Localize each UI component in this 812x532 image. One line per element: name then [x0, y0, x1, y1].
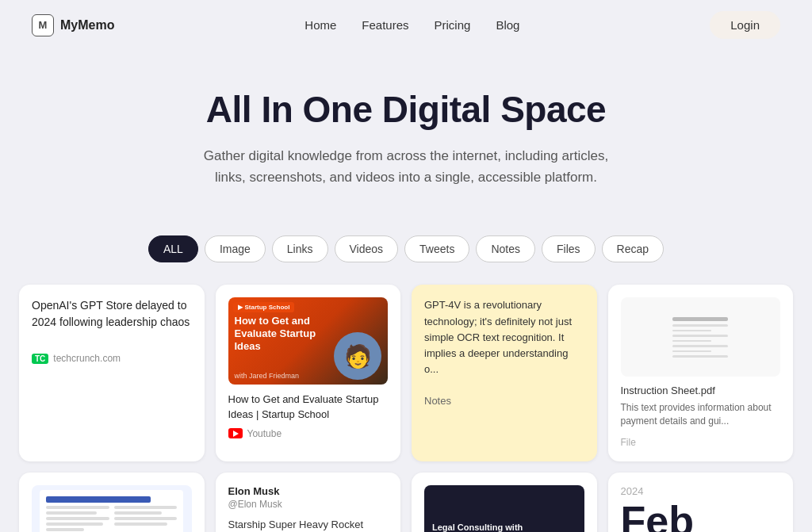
- card4-desc: This text provides information about pay…: [621, 401, 781, 428]
- startup-badge: ▶ Startup School: [233, 302, 295, 312]
- card7-thumbnail: Legal Consulting with the Power of AI AI: [424, 485, 584, 532]
- card2-platform-label: Youtube: [247, 428, 282, 439]
- card-twitter[interactable]: Elon Musk @Elon Musk Starship Super Heav…: [216, 473, 401, 532]
- nav-features[interactable]: Features: [362, 18, 408, 32]
- card4-filename: Instruction Sheet.pdf: [621, 385, 781, 396]
- filter-links[interactable]: Links: [272, 235, 328, 262]
- slide-title-bar: [46, 496, 151, 503]
- filter-image[interactable]: Image: [205, 235, 266, 262]
- card1-source: TC techcrunch.com: [32, 353, 192, 364]
- card6-name: Elon Musk: [228, 485, 389, 497]
- logo-name: MyMemo: [60, 18, 114, 33]
- slide-mockup: [40, 490, 183, 532]
- hero-section: All In One Digital Space Gather digital …: [0, 50, 812, 213]
- recap-year: 2024: [621, 485, 781, 497]
- card2-thumbnail: ▶ Startup School How to Get and Evaluate…: [228, 297, 389, 385]
- filter-tabs: ALL Image Links Videos Tweets Notes File…: [0, 213, 812, 278]
- logo-icon: M: [32, 14, 54, 36]
- card6-text: Starship Super Heavy Rocket Booster(peop…: [228, 518, 389, 532]
- filter-recap[interactable]: Recap: [602, 235, 664, 262]
- card-youtube[interactable]: ▶ Startup School How to Get and Evaluate…: [216, 285, 401, 461]
- nav-pricing[interactable]: Pricing: [435, 18, 471, 32]
- doc-line-2: [672, 330, 711, 332]
- card-note[interactable]: GPT-4V is a revolutionary technology; it…: [412, 285, 597, 461]
- youtube-icon: [228, 428, 243, 438]
- doc-line-3: [672, 335, 728, 337]
- card-screenshot[interactable]: The screenshot presents a slide with the…: [19, 473, 205, 532]
- card-legal[interactable]: Legal Consulting with the Power of AI AI…: [412, 473, 597, 532]
- doc-line-6: [672, 350, 711, 353]
- doc-line-5: [672, 345, 728, 347]
- card4-thumbnail: [621, 297, 781, 377]
- card3-text: GPT-4V is a revolutionary technology; it…: [424, 297, 584, 377]
- filter-notes[interactable]: Notes: [476, 235, 535, 262]
- tc-badge: TC: [32, 354, 48, 364]
- card1-source-label: techcrunch.com: [53, 353, 121, 364]
- login-button[interactable]: Login: [710, 11, 780, 39]
- yt-play-triangle: [233, 431, 239, 437]
- filter-tweets[interactable]: Tweets: [404, 235, 469, 262]
- doc-header: [672, 317, 728, 321]
- slide-col-1: [46, 506, 109, 532]
- slide-col-2: [114, 506, 178, 532]
- card1-text: OpenAI's GPT Store delayed to 2024 follo…: [32, 297, 192, 331]
- logo[interactable]: M MyMemo: [32, 14, 114, 36]
- doc-line-1: [672, 324, 728, 327]
- thumb-bg: ▶ Startup School How to Get and Evaluate…: [228, 297, 389, 385]
- nav-home[interactable]: Home: [304, 18, 336, 32]
- card-recap[interactable]: 2024 Feb Week 2: [608, 473, 794, 532]
- slide-content: [46, 506, 177, 532]
- filter-videos[interactable]: Videos: [335, 235, 399, 262]
- doc-line-4: [672, 340, 711, 343]
- doc-preview: [672, 317, 728, 358]
- card6-handle: @Elon Musk: [228, 499, 389, 510]
- card7-overlay-text: Legal Consulting with the Power of AI: [432, 522, 533, 532]
- thumb-byline: with Jared Friedman: [235, 372, 300, 380]
- cards-grid: OpenAI's GPT Store delayed to 2024 follo…: [0, 278, 812, 532]
- doc-line-7: [672, 355, 728, 358]
- card3-label: Notes: [424, 395, 451, 407]
- filter-files[interactable]: Files: [542, 235, 596, 262]
- recap-month: Feb: [621, 500, 781, 532]
- card2-title: How to Get and Evaluate Startup Ideas | …: [228, 392, 389, 421]
- hero-title: All In One Digital Space: [16, 88, 796, 131]
- navbar: M MyMemo Home Features Pricing Blog Logi…: [0, 0, 812, 50]
- card-article[interactable]: OpenAI's GPT Store delayed to 2024 follo…: [19, 285, 205, 461]
- card5-thumbnail: [32, 485, 192, 532]
- filter-all[interactable]: ALL: [148, 235, 198, 262]
- card4-type: File: [621, 437, 636, 448]
- hero-subtitle: Gather digital knowledge from across the…: [200, 145, 612, 188]
- card-file[interactable]: Instruction Sheet.pdf This text provides…: [608, 285, 794, 461]
- thumb-person: 🧑: [334, 332, 381, 380]
- thumb-title: How to Get and Evaluate Startup Ideas: [235, 315, 322, 352]
- card2-platform: Youtube: [228, 428, 389, 439]
- nav-blog[interactable]: Blog: [496, 18, 519, 32]
- nav-links: Home Features Pricing Blog: [304, 18, 519, 32]
